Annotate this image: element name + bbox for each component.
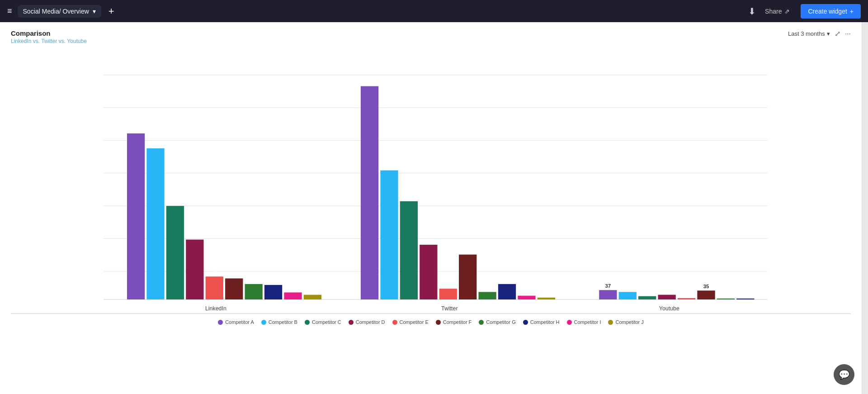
- svg-text:62: 62: [251, 277, 257, 283]
- more-options-icon[interactable]: ···: [845, 30, 851, 38]
- twitter-compA-bar: [361, 86, 378, 299]
- svg-text:62: 62: [504, 277, 510, 283]
- nav-title-arrow: ▾: [93, 8, 96, 15]
- svg-text:37: 37: [605, 283, 611, 289]
- linkedin-compH-bar: [264, 285, 282, 299]
- svg-text:516: 516: [385, 163, 394, 169]
- comparison-chart: 662 601 372 237 90 84 62: [11, 52, 851, 313]
- widget-controls: Last 3 months ▾ ⤢ ···: [788, 29, 851, 38]
- nav-title[interactable]: Social Media/ Overview ▾: [18, 5, 101, 18]
- linkedin-compB-bar: [146, 148, 164, 299]
- twitter-compB-bar: [380, 171, 398, 299]
- youtube-compC-bar: [638, 296, 656, 299]
- youtube-compF-bar: [697, 290, 715, 299]
- twitter-compJ-bar: [538, 298, 555, 299]
- linkedin-compA-bar: [127, 133, 145, 299]
- svg-text:372: 372: [171, 199, 179, 204]
- widget-subtitle: LinkedIn vs. Twitter vs. Youtube: [11, 38, 87, 44]
- twitter-compH-bar: [498, 284, 516, 299]
- svg-text:218: 218: [424, 238, 433, 243]
- youtube-compG-bar: [717, 299, 735, 299]
- nav-title-text: Social Media/ Overview: [23, 8, 89, 15]
- date-range-arrow: ▾: [827, 30, 830, 37]
- twitter-compC-bar: [400, 201, 418, 299]
- top-nav: ≡ Social Media/ Overview ▾ + ⬇ Share ⇗ C…: [0, 0, 868, 22]
- legend-item-5: Competitor F: [436, 319, 472, 325]
- legend-item-0: Competitor A: [218, 319, 254, 325]
- legend-item-6: Competitor G: [479, 319, 515, 325]
- linkedin-compC-bar: [166, 206, 184, 299]
- chart-legend: Competitor ACompetitor BCompetitor CComp…: [11, 319, 851, 325]
- svg-text:662: 662: [132, 127, 140, 132]
- create-widget-plus: +: [850, 8, 854, 15]
- youtube-compH-bar: [736, 299, 754, 299]
- svg-text:392: 392: [405, 195, 413, 200]
- share-label: Share: [765, 8, 782, 15]
- date-range-label: Last 3 months: [788, 30, 825, 37]
- legend-item-8: Competitor I: [567, 319, 601, 325]
- twitter-compI-bar: [518, 296, 535, 299]
- linkedin-compG-bar: [245, 284, 262, 299]
- twitter-compG-bar: [478, 292, 496, 299]
- svg-text:43: 43: [445, 282, 451, 287]
- svg-text:90: 90: [212, 270, 217, 275]
- linkedin-compI-bar: [284, 292, 302, 299]
- share-icon: ⇗: [784, 8, 790, 15]
- widget-title: Comparison: [11, 29, 87, 37]
- youtube-compD-bar: [658, 295, 675, 299]
- svg-text:Twitter: Twitter: [441, 305, 458, 312]
- legend-item-2: Competitor C: [305, 319, 341, 325]
- svg-text:LinkedIn: LinkedIn: [205, 305, 226, 312]
- svg-text:601: 601: [151, 142, 160, 147]
- chart-container: 662 601 372 237 90 84 62: [11, 52, 851, 314]
- legend-item-1: Competitor B: [261, 319, 297, 325]
- legend-item-9: Competitor J: [608, 319, 643, 325]
- legend-item-3: Competitor D: [349, 319, 385, 325]
- twitter-compD-bar: [420, 245, 437, 299]
- linkedin-compD-bar: [186, 240, 203, 299]
- widget-header: Comparison LinkedIn vs. Twitter vs. Yout…: [11, 29, 851, 44]
- linkedin-compJ-bar: [304, 295, 321, 299]
- menu-icon[interactable]: ≡: [7, 6, 12, 16]
- legend-item-7: Competitor H: [523, 319, 560, 325]
- svg-text:35: 35: [703, 284, 709, 289]
- svg-text:237: 237: [190, 233, 199, 238]
- main-panel: Comparison LinkedIn vs. Twitter vs. Yout…: [0, 22, 862, 394]
- linkedin-compE-bar: [206, 276, 223, 299]
- download-icon[interactable]: ⬇: [748, 6, 756, 17]
- date-range-selector[interactable]: Last 3 months ▾: [788, 30, 830, 37]
- expand-icon[interactable]: ⤢: [835, 29, 840, 38]
- content: Comparison LinkedIn vs. Twitter vs. Yout…: [0, 22, 868, 394]
- nav-add-button[interactable]: +: [108, 5, 114, 17]
- linkedin-compF-bar: [225, 278, 243, 299]
- create-widget-button[interactable]: Create widget +: [801, 4, 861, 19]
- youtube-compA-bar: [599, 290, 617, 299]
- legend-item-4: Competitor E: [392, 319, 429, 325]
- twitter-compE-bar: [439, 289, 457, 299]
- right-panel: [862, 22, 868, 394]
- svg-text:180: 180: [463, 248, 472, 253]
- widget-title-group: Comparison LinkedIn vs. Twitter vs. Yout…: [11, 29, 87, 44]
- twitter-compF-bar: [459, 255, 476, 299]
- svg-text:84: 84: [231, 271, 237, 277]
- create-widget-label: Create widget: [808, 8, 847, 15]
- svg-text:Youtube: Youtube: [659, 305, 679, 312]
- share-button[interactable]: Share ⇗: [765, 8, 790, 15]
- svg-text:58: 58: [270, 278, 276, 284]
- svg-text:852: 852: [365, 79, 374, 85]
- youtube-compE-bar: [678, 298, 695, 299]
- chat-bubble[interactable]: 💬: [834, 364, 854, 385]
- youtube-compB-bar: [619, 292, 637, 299]
